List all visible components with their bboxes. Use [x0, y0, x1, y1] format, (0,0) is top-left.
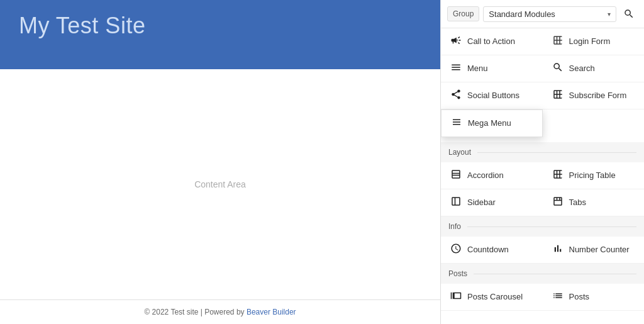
module-name-posts-carousel: Posts Carousel — [467, 292, 523, 303]
search-button[interactable] — [620, 5, 638, 23]
share-icon — [450, 89, 462, 103]
info-section-divider: Info — [441, 216, 644, 237]
accordion-icon — [450, 169, 462, 182]
module-item-pricing-table[interactable]: Pricing Table — [543, 162, 645, 189]
bar-chart-icon — [552, 243, 564, 257]
group-select[interactable]: Standard Modules ▾ — [483, 6, 616, 22]
module-item-posts[interactable]: Posts — [543, 284, 645, 311]
modules-section-layout: Layout Accordion Pricing Table — [441, 142, 644, 216]
group-label: Group — [447, 6, 479, 21]
site-header: My Test Site — [0, 0, 440, 69]
module-name-pricing-table: Pricing Table — [569, 170, 616, 181]
module-item-subscribe-form[interactable]: Subscribe Form — [543, 82, 645, 109]
modules-panel: Group Standard Modules ▾ Call to Action — [440, 0, 644, 324]
site-title: My Test Site — [19, 13, 421, 39]
info-section-label: Info — [448, 220, 467, 233]
modules-grid-posts: Posts Carousel Posts — [441, 284, 644, 311]
module-name-social-buttons: Social Buttons — [467, 91, 519, 101]
layout-section-line — [477, 152, 636, 153]
module-name-mega-menu: Mega Menu — [468, 118, 511, 129]
modules-section-posts: Posts Posts Carousel Posts — [441, 264, 644, 311]
module-name-login-form: Login Form — [569, 36, 611, 47]
footer-text: © 2022 Test site | Powered by — [144, 308, 247, 316]
module-item-login-form[interactable]: Login Form — [543, 28, 645, 55]
posts-section-divider: Posts — [441, 264, 644, 284]
grid-icon — [552, 35, 564, 48]
module-item-accordion[interactable]: Accordion — [441, 162, 543, 189]
layout-section-divider: Layout — [441, 142, 644, 162]
module-item-sidebar[interactable]: Sidebar — [441, 189, 543, 216]
search-module-icon — [552, 62, 564, 75]
info-section-line — [467, 226, 636, 227]
modules-grid-layout: Accordion Pricing Table Sidebar — [441, 162, 644, 216]
site-footer: © 2022 Test site | Powered by Beaver Bui… — [0, 299, 440, 324]
module-name-search: Search — [569, 64, 595, 74]
mega-menu-icon — [450, 116, 463, 130]
clock-icon — [450, 243, 462, 257]
modules-grid-info: Countdown Number Counter — [441, 237, 644, 264]
megaphone-icon — [450, 35, 462, 48]
module-item-number-counter[interactable]: Number Counter — [543, 237, 645, 264]
site-content: Content Area — [0, 69, 440, 299]
module-item-posts-carousel[interactable]: Posts Carousel — [441, 284, 543, 311]
module-name-menu: Menu — [467, 64, 488, 74]
modules-section-info: Info Countdown Number Counter — [441, 216, 644, 264]
subscribe-icon — [552, 89, 564, 103]
module-name-posts: Posts — [569, 292, 590, 303]
layout-section-label: Layout — [448, 146, 477, 159]
tabs-icon — [552, 196, 564, 209]
module-item-menu[interactable]: Menu — [441, 55, 543, 82]
site-preview: My Test Site Content Area © 2022 Test si… — [0, 0, 440, 324]
posts-section-line — [474, 274, 636, 274]
carousel-icon — [450, 290, 462, 304]
footer-link[interactable]: Beaver Builder — [247, 308, 296, 316]
posts-icon — [552, 290, 564, 304]
module-name-accordion: Accordion — [467, 170, 504, 181]
module-item-mega-menu[interactable]: Mega Menu — [441, 109, 543, 137]
module-name-call-to-action: Call to Action — [467, 36, 515, 47]
module-name-number-counter: Number Counter — [569, 245, 630, 255]
module-item-countdown[interactable]: Countdown — [441, 237, 543, 264]
search-icon — [623, 8, 635, 20]
modules-section-top: Call to Action Login Form Menu — [441, 28, 644, 142]
module-name-sidebar: Sidebar — [467, 198, 496, 208]
module-name-subscribe-form: Subscribe Form — [569, 91, 627, 101]
posts-section-label: Posts — [448, 267, 474, 280]
module-name-tabs: Tabs — [569, 198, 586, 208]
module-item-search[interactable]: Search — [543, 55, 645, 82]
content-area-label: Content Area — [194, 179, 246, 189]
group-select-value: Standard Modules — [489, 9, 555, 19]
module-item-social-buttons[interactable]: Social Buttons — [441, 82, 543, 109]
chevron-down-icon: ▾ — [608, 11, 611, 18]
pricing-table-icon — [552, 169, 564, 182]
menu-icon — [450, 62, 462, 75]
module-item-call-to-action[interactable]: Call to Action — [441, 28, 543, 55]
module-name-countdown: Countdown — [467, 245, 509, 255]
panel-content[interactable]: Call to Action Login Form Menu — [441, 28, 644, 324]
panel-header: Group Standard Modules ▾ — [441, 0, 644, 28]
sidebar-module-icon — [450, 196, 462, 209]
modules-grid-top: Call to Action Login Form Menu — [441, 28, 644, 142]
module-item-tabs[interactable]: Tabs — [543, 189, 645, 216]
